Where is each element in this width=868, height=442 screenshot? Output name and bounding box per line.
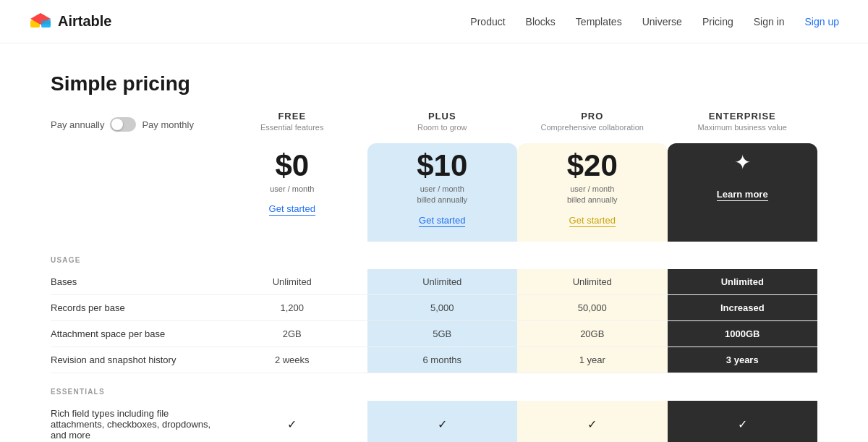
features-table: USAGEBasesUnlimitedUnlimitedUnlimitedUnl… [51,242,817,442]
price-pro: $20 [524,150,660,181]
feature-name: Rich field types including file attachme… [51,401,217,442]
feature-val: 3 years [668,347,818,373]
plan-desc-enterprise: Maximum business value [675,123,811,132]
plan-desc-plus: Room to grow [375,123,511,132]
feature-val: 5,000 [367,295,518,321]
plan-name-pro: PRO [524,111,660,122]
logo-text: Airtable [58,13,111,30]
checkmark-icon: ✓ [287,417,297,431]
plan-desc-pro: Comprehensive collaboration [524,123,660,132]
cta-enterprise[interactable]: Learn more [717,189,768,201]
navbar: Airtable Product Blocks Templates Univer… [0,0,868,43]
feature-val: ✓ [217,401,367,442]
pricing-header: Simple pricing Pay annually Pay monthly … [51,72,817,143]
toggle-switch[interactable] [110,117,136,132]
price-plus: $10 [375,150,511,181]
toggle-knob [111,119,123,130]
price-sub-free: user / month [224,184,360,195]
price-section: $0 user / month Get started $10 user / m… [51,143,817,242]
plan-name-free: FREE [224,111,360,122]
checkmark-icon: ✓ [438,417,447,431]
feature-val: 20GB [517,321,668,347]
feature-val: 2 weeks [217,347,367,373]
nav-signup[interactable]: Sign up [805,16,839,27]
feature-name: Bases [51,269,217,295]
cta-pro[interactable]: Get started [569,215,616,227]
price-sub-pro: user / monthbilled annually [524,184,660,206]
checkmark-icon: ✓ [738,417,747,431]
feature-val: ✓ [367,401,518,442]
logo[interactable]: Airtable [29,10,111,33]
nav-links: Product Blocks Templates Universe Pricin… [470,16,839,27]
section-label-text: USAGE [51,256,81,264]
feature-name: Attachment space per base [51,321,217,347]
feature-val: 1 year [517,347,668,373]
pay-annually-label: Pay annually [51,119,104,130]
plan-header-enterprise: ENTERPRISE Maximum business value [668,96,818,143]
feature-val: ✓ [668,401,818,442]
cta-plus[interactable]: Get started [419,215,465,227]
enterprise-icon: ✦ [675,150,811,174]
feature-val: ✓ [517,401,668,442]
feature-val: 1,200 [217,295,367,321]
plan-name-plus: PLUS [375,111,511,122]
pricing-page: Simple pricing Pay annually Pay monthly … [36,43,832,442]
feature-val: 50,000 [517,295,668,321]
logo-icon [29,10,52,33]
feature-val: Unlimited [668,269,818,295]
feature-val: 2GB [217,321,367,347]
feature-name: Records per base [51,295,217,321]
nav-pricing[interactable]: Pricing [702,16,733,27]
pricing-title-cell: Simple pricing Pay annually Pay monthly [51,72,217,143]
feature-val: 6 months [367,347,518,373]
billing-toggle: Pay annually Pay monthly [51,110,217,143]
feature-name: Revision and snapshot history [51,347,217,373]
section-label-text: ESSENTIALS [51,388,105,396]
plan-name-enterprise: ENTERPRISE [675,111,811,122]
cta-free[interactable]: Get started [269,203,315,216]
page-title: Simple pricing [51,72,217,110]
price-cell-pro: $20 user / monthbilled annually Get star… [517,143,668,242]
nav-product[interactable]: Product [470,16,505,27]
pay-monthly-label: Pay monthly [142,119,194,130]
feature-val: Unlimited [517,269,668,295]
feature-val: Increased [668,295,818,321]
nav-blocks[interactable]: Blocks [526,16,556,27]
section-label-essentials: ESSENTIALS [51,373,817,401]
nav-universe[interactable]: Universe [642,16,682,27]
price-cell-plus: $10 user / monthbilled annually Get star… [367,143,518,242]
price-free: $0 [224,150,360,181]
plan-header-plus: PLUS Room to grow [367,96,518,143]
price-sub-plus: user / monthbilled annually [375,184,511,206]
plan-desc-free: Essential features [224,123,360,132]
feature-val: 5GB [367,321,518,347]
feature-val: Unlimited [217,269,367,295]
nav-templates[interactable]: Templates [576,16,622,27]
checkmark-icon: ✓ [587,417,597,431]
price-cell-enterprise: ✦ Learn more [668,143,818,242]
nav-signin[interactable]: Sign in [754,16,785,27]
plan-header-free: FREE Essential features [217,96,367,143]
price-label-spacer [51,143,217,242]
price-cell-free: $0 user / month Get started [217,143,367,242]
feature-val: 1000GB [668,321,818,347]
plan-header-pro: PRO Comprehensive collaboration [517,96,668,143]
feature-val: Unlimited [367,269,518,295]
section-label-usage: USAGE [51,242,817,269]
